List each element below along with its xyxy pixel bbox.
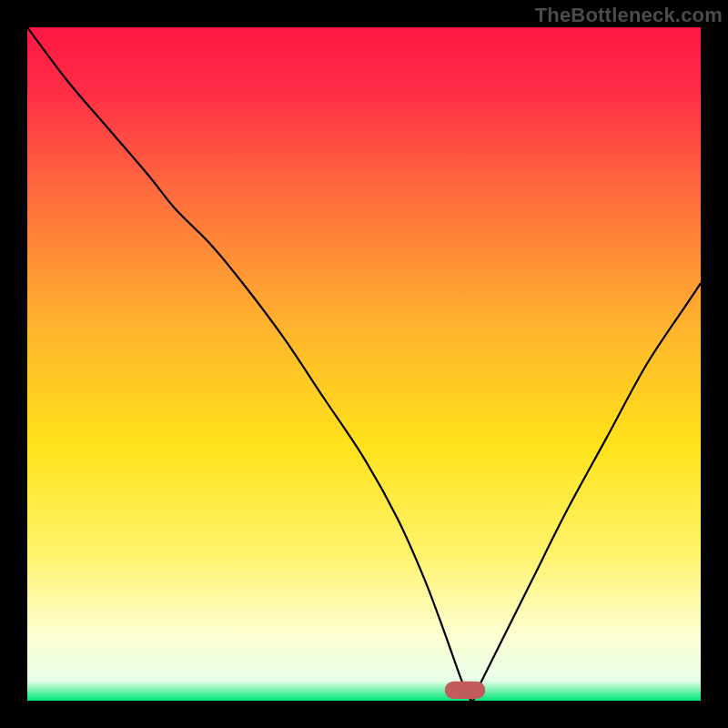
gradient-background — [27, 27, 701, 701]
watermark-text: TheBottleneck.com — [535, 4, 723, 27]
optimal-marker — [445, 682, 485, 699]
chart-svg — [27, 27, 701, 701]
chart-frame: TheBottleneck.com — [0, 0, 728, 728]
plot-area — [27, 27, 701, 701]
